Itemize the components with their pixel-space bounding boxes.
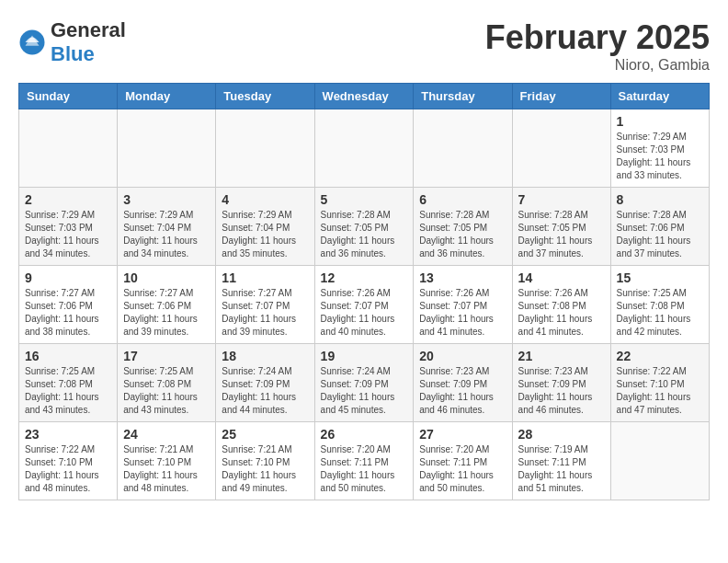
day-number: 15 <box>617 270 703 285</box>
calendar-week-row: 16Sunrise: 7:25 AM Sunset: 7:08 PM Dayli… <box>19 344 710 422</box>
day-info: Sunrise: 7:29 AM Sunset: 7:03 PM Dayligh… <box>25 209 111 260</box>
day-number: 22 <box>617 349 703 363</box>
calendar-day-cell: 15Sunrise: 7:25 AM Sunset: 7:08 PM Dayli… <box>610 266 709 344</box>
calendar-table: SundayMondayTuesdayWednesdayThursdayFrid… <box>18 83 710 500</box>
day-number: 9 <box>25 270 111 285</box>
logo: General Blue <box>18 18 126 66</box>
calendar-day-cell: 1Sunrise: 7:29 AM Sunset: 7:03 PM Daylig… <box>610 109 709 188</box>
calendar-day-header: Tuesday <box>216 84 314 109</box>
day-number: 20 <box>419 349 506 363</box>
logo-text: General Blue <box>51 18 126 66</box>
calendar-day-cell: 14Sunrise: 7:26 AM Sunset: 7:08 PM Dayli… <box>512 266 610 344</box>
calendar-week-row: 9Sunrise: 7:27 AM Sunset: 7:06 PM Daylig… <box>19 266 710 344</box>
calendar-day-cell: 13Sunrise: 7:26 AM Sunset: 7:07 PM Dayli… <box>414 266 512 344</box>
day-info: Sunrise: 7:27 AM Sunset: 7:07 PM Dayligh… <box>222 287 308 339</box>
day-info: Sunrise: 7:27 AM Sunset: 7:06 PM Dayligh… <box>25 287 111 339</box>
calendar-day-cell: 3Sunrise: 7:29 AM Sunset: 7:04 PM Daylig… <box>118 188 216 266</box>
day-number: 4 <box>222 192 308 207</box>
calendar-day-cell <box>610 422 709 500</box>
day-number: 3 <box>123 192 210 207</box>
day-number: 27 <box>419 427 506 442</box>
calendar-day-cell <box>19 109 118 188</box>
calendar-header-row: SundayMondayTuesdayWednesdayThursdayFrid… <box>19 84 710 109</box>
day-info: Sunrise: 7:20 AM Sunset: 7:11 PM Dayligh… <box>321 443 408 495</box>
day-number: 6 <box>419 192 506 207</box>
calendar-day-cell: 23Sunrise: 7:22 AM Sunset: 7:10 PM Dayli… <box>19 422 118 500</box>
calendar-day-cell: 6Sunrise: 7:28 AM Sunset: 7:05 PM Daylig… <box>414 188 512 266</box>
calendar-day-header: Sunday <box>19 84 118 109</box>
calendar-day-cell: 10Sunrise: 7:27 AM Sunset: 7:06 PM Dayli… <box>118 266 216 344</box>
day-number: 1 <box>617 114 703 129</box>
day-number: 25 <box>222 427 308 442</box>
calendar-day-cell: 12Sunrise: 7:26 AM Sunset: 7:07 PM Dayli… <box>314 266 414 344</box>
calendar-day-cell: 22Sunrise: 7:22 AM Sunset: 7:10 PM Dayli… <box>610 344 709 422</box>
calendar-day-cell: 8Sunrise: 7:28 AM Sunset: 7:06 PM Daylig… <box>610 188 709 266</box>
day-info: Sunrise: 7:26 AM Sunset: 7:07 PM Dayligh… <box>321 287 408 339</box>
day-info: Sunrise: 7:21 AM Sunset: 7:10 PM Dayligh… <box>222 443 308 495</box>
day-number: 18 <box>222 349 308 363</box>
day-info: Sunrise: 7:29 AM Sunset: 7:04 PM Dayligh… <box>222 209 308 260</box>
calendar-day-cell: 20Sunrise: 7:23 AM Sunset: 7:09 PM Dayli… <box>414 344 512 422</box>
calendar-day-cell: 28Sunrise: 7:19 AM Sunset: 7:11 PM Dayli… <box>512 422 610 500</box>
day-number: 8 <box>617 192 703 207</box>
day-number: 13 <box>419 270 506 285</box>
calendar-day-cell <box>414 109 512 188</box>
day-info: Sunrise: 7:25 AM Sunset: 7:08 PM Dayligh… <box>123 365 210 417</box>
day-info: Sunrise: 7:24 AM Sunset: 7:09 PM Dayligh… <box>321 365 408 417</box>
day-info: Sunrise: 7:28 AM Sunset: 7:05 PM Dayligh… <box>419 209 506 260</box>
day-info: Sunrise: 7:28 AM Sunset: 7:05 PM Dayligh… <box>321 209 408 260</box>
day-number: 28 <box>518 427 605 442</box>
calendar-day-cell: 27Sunrise: 7:20 AM Sunset: 7:11 PM Dayli… <box>414 422 512 500</box>
day-number: 7 <box>518 192 605 207</box>
day-info: Sunrise: 7:25 AM Sunset: 7:08 PM Dayligh… <box>617 287 703 339</box>
logo-blue: Blue <box>51 42 126 66</box>
calendar-day-cell: 17Sunrise: 7:25 AM Sunset: 7:08 PM Dayli… <box>118 344 216 422</box>
day-number: 24 <box>123 427 210 442</box>
day-info: Sunrise: 7:29 AM Sunset: 7:03 PM Dayligh… <box>617 131 703 182</box>
calendar-day-cell: 2Sunrise: 7:29 AM Sunset: 7:03 PM Daylig… <box>19 188 118 266</box>
calendar-day-cell <box>314 109 414 188</box>
calendar-day-cell: 25Sunrise: 7:21 AM Sunset: 7:10 PM Dayli… <box>216 422 314 500</box>
day-info: Sunrise: 7:21 AM Sunset: 7:10 PM Dayligh… <box>123 443 210 495</box>
day-info: Sunrise: 7:26 AM Sunset: 7:08 PM Dayligh… <box>518 287 605 339</box>
day-info: Sunrise: 7:22 AM Sunset: 7:10 PM Dayligh… <box>617 365 703 417</box>
title-block: February 2025 Nioro, Gambia <box>485 18 710 74</box>
logo-general: General <box>51 18 126 42</box>
day-number: 2 <box>25 192 111 207</box>
page-header: General Blue February 2025 Nioro, Gambia <box>18 18 710 74</box>
calendar-day-cell: 11Sunrise: 7:27 AM Sunset: 7:07 PM Dayli… <box>216 266 314 344</box>
day-number: 11 <box>222 270 308 285</box>
calendar-day-cell: 26Sunrise: 7:20 AM Sunset: 7:11 PM Dayli… <box>314 422 414 500</box>
calendar-day-cell: 7Sunrise: 7:28 AM Sunset: 7:05 PM Daylig… <box>512 188 610 266</box>
day-info: Sunrise: 7:23 AM Sunset: 7:09 PM Dayligh… <box>419 365 506 417</box>
day-info: Sunrise: 7:24 AM Sunset: 7:09 PM Dayligh… <box>222 365 308 417</box>
day-number: 10 <box>123 270 210 285</box>
day-info: Sunrise: 7:28 AM Sunset: 7:05 PM Dayligh… <box>518 209 605 260</box>
calendar-day-header: Friday <box>512 84 610 109</box>
day-number: 5 <box>321 192 408 207</box>
calendar-day-cell: 5Sunrise: 7:28 AM Sunset: 7:05 PM Daylig… <box>314 188 414 266</box>
calendar-day-header: Saturday <box>610 84 709 109</box>
day-number: 19 <box>321 349 408 363</box>
calendar-day-cell: 24Sunrise: 7:21 AM Sunset: 7:10 PM Dayli… <box>118 422 216 500</box>
day-number: 16 <box>25 349 111 363</box>
day-number: 12 <box>321 270 408 285</box>
month-title: February 2025 <box>485 18 710 57</box>
day-number: 17 <box>123 349 210 363</box>
calendar-day-cell: 19Sunrise: 7:24 AM Sunset: 7:09 PM Dayli… <box>314 344 414 422</box>
day-info: Sunrise: 7:26 AM Sunset: 7:07 PM Dayligh… <box>419 287 506 339</box>
day-number: 21 <box>518 349 605 363</box>
calendar-day-cell: 18Sunrise: 7:24 AM Sunset: 7:09 PM Dayli… <box>216 344 314 422</box>
calendar-day-header: Monday <box>118 84 216 109</box>
calendar-week-row: 2Sunrise: 7:29 AM Sunset: 7:03 PM Daylig… <box>19 188 710 266</box>
day-info: Sunrise: 7:28 AM Sunset: 7:06 PM Dayligh… <box>617 209 703 260</box>
calendar-day-cell <box>118 109 216 188</box>
calendar-day-cell: 4Sunrise: 7:29 AM Sunset: 7:04 PM Daylig… <box>216 188 314 266</box>
calendar-week-row: 1Sunrise: 7:29 AM Sunset: 7:03 PM Daylig… <box>19 109 710 188</box>
day-number: 23 <box>25 427 111 442</box>
calendar-day-cell: 21Sunrise: 7:23 AM Sunset: 7:09 PM Dayli… <box>512 344 610 422</box>
calendar-day-cell <box>512 109 610 188</box>
day-number: 26 <box>321 427 408 442</box>
calendar-week-row: 23Sunrise: 7:22 AM Sunset: 7:10 PM Dayli… <box>19 422 710 500</box>
day-info: Sunrise: 7:22 AM Sunset: 7:10 PM Dayligh… <box>25 443 111 495</box>
